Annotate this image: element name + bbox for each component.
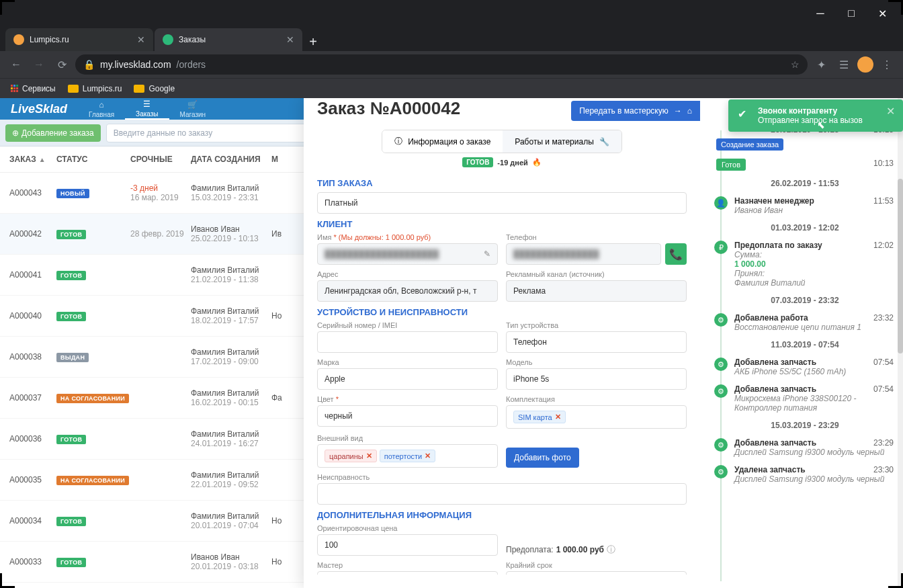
- order-status-line: ГОТОВ -19 дней 🔥: [304, 157, 700, 167]
- bookmark-item[interactable]: Google: [134, 84, 175, 93]
- kit-input[interactable]: SIM карта✕: [506, 405, 687, 429]
- scrollbar-thumb[interactable]: [898, 179, 903, 353]
- browser-toolbar: ← → ⟳ 🔒 my.livesklad.com/orders ☆ ✦ ☰ ⋮: [0, 51, 903, 78]
- defect-label: Неисправность: [317, 473, 687, 481]
- profile-avatar[interactable]: [857, 56, 873, 73]
- url-path: /orders: [177, 59, 206, 70]
- color-input[interactable]: черный: [317, 405, 498, 427]
- date-cell: Иванов Иван20.01.2019 - 03:18: [191, 552, 271, 571]
- reading-list-icon[interactable]: ☰: [834, 55, 853, 74]
- brand-input[interactable]: Apple: [317, 368, 498, 390]
- menu-icon[interactable]: ⋮: [877, 55, 896, 74]
- est-input[interactable]: 100: [317, 534, 498, 556]
- master-label: Мастер: [317, 561, 498, 569]
- transfer-button[interactable]: Передать в мастерскую → ⌂: [571, 101, 700, 121]
- timeline-item: ⚙Добавлена запчастьМикросхема iPhone 338…: [716, 384, 894, 413]
- deadline-input[interactable]: 28.02.2019 11:33: [506, 571, 687, 575]
- status-badge: ГОТОВ: [462, 157, 493, 167]
- timeline-item: 26.02.2019 - 11:53: [716, 179, 894, 188]
- order-id: A000041: [9, 270, 56, 280]
- ad-input[interactable]: Реклама: [506, 280, 687, 302]
- tag-remove-icon: ✕: [425, 452, 431, 460]
- add-order-button[interactable]: ⊕Добавление заказа: [5, 124, 101, 142]
- star-icon[interactable]: ☆: [791, 59, 800, 70]
- home-icon: ⌂: [99, 100, 103, 110]
- timeline-item: 11.03.2019 - 07:54: [716, 340, 894, 349]
- tab-close-icon[interactable]: ✕: [137, 34, 145, 45]
- window-minimize-button[interactable]: ─: [805, 3, 836, 24]
- window-close-button[interactable]: ✕: [867, 3, 898, 24]
- date-cell: Фамилия Виталий22.01.2019 - 09:52: [191, 470, 271, 489]
- col-urgent[interactable]: СРОЧНЫЕ: [130, 155, 191, 164]
- scrollbar[interactable]: [898, 98, 903, 588]
- reload-button[interactable]: ⟳: [52, 55, 71, 74]
- timeline-time: 07:54: [873, 384, 894, 394]
- master-cell: Но: [271, 516, 292, 526]
- browser-tab[interactable]: Заказы ✕: [155, 28, 302, 51]
- date-cell: Иванов Иван25.02.2019 - 10:13: [191, 224, 271, 243]
- back-button[interactable]: ←: [7, 55, 26, 74]
- favicon-icon: [13, 34, 24, 45]
- tab-close-icon[interactable]: ✕: [286, 34, 294, 45]
- look-input[interactable]: царапины✕ потертости✕: [317, 444, 498, 468]
- call-button[interactable]: 📞: [665, 243, 687, 265]
- devtype-input[interactable]: Телефон: [506, 331, 687, 353]
- defect-input[interactable]: [317, 483, 687, 505]
- section-extra: ДОПОЛНИТЕЛЬНАЯ ИНФОРМАЦИЯ: [317, 510, 687, 520]
- section-device: УСТРОЙСТВО И НЕИСПРАВНОСТИ: [317, 307, 687, 317]
- status-cell: ГОТОВ: [56, 311, 130, 321]
- wrench-icon: 🔧: [599, 137, 609, 146]
- timeline-time: 23:29: [873, 438, 894, 448]
- address-bar[interactable]: 🔒 my.livesklad.com/orders ☆: [75, 54, 808, 75]
- timeline-title: Добавлена запчасть: [734, 438, 894, 448]
- order-id: A000042: [9, 229, 56, 239]
- new-tab-button[interactable]: +: [304, 32, 322, 51]
- col-date[interactable]: ДАТА СОЗДАНИЯ: [191, 155, 271, 164]
- look-tag[interactable]: царапины✕: [325, 450, 377, 462]
- serial-input[interactable]: [317, 331, 498, 353]
- col-status[interactable]: СТАТУС: [56, 155, 130, 164]
- timeline-item: 15.03.2019 - 23:29: [716, 421, 894, 430]
- add-photo-button[interactable]: Добавить фото: [506, 448, 579, 468]
- status-cell: ГОТОВ: [56, 516, 130, 526]
- nav-shop[interactable]: 🛒Магазин: [169, 98, 217, 120]
- order-type-input[interactable]: Платный: [317, 192, 687, 214]
- phone-icon: 📞: [669, 248, 683, 261]
- timeline-title: Удалена запчасть: [734, 465, 894, 474]
- timeline-dot-icon: ⚙: [714, 465, 728, 478]
- bookmark-apps[interactable]: Сервисы: [11, 84, 56, 93]
- master-input[interactable]: Иванов Иван: [317, 571, 498, 575]
- phone-input[interactable]: ███████████████: [506, 243, 661, 265]
- forward-button[interactable]: →: [30, 55, 48, 74]
- date-cell: Фамилия Виталий17.02.2019 - 09:00: [191, 347, 271, 366]
- timeline-title: Назначен менеджер: [734, 196, 894, 206]
- name-label: Имя * (Мы должны: 1 000.00 руб): [317, 233, 498, 241]
- edit-icon[interactable]: ✎: [484, 249, 490, 259]
- timeline-date: 26.02.2019 - 11:53: [716, 179, 894, 188]
- favicon-icon: [163, 34, 173, 45]
- timeline-title: Предоплата по заказу: [734, 241, 894, 250]
- address-input[interactable]: Ленинградская обл, Всеволожский р-н, т: [317, 280, 498, 302]
- order-id: A000040: [9, 311, 56, 321]
- date-cell: Фамилия Виталий16.02.2019 - 00:15: [191, 388, 271, 407]
- nav-home[interactable]: ⌂Главная: [78, 98, 125, 120]
- window-maximize-button[interactable]: □: [836, 3, 867, 24]
- look-tag[interactable]: потертости✕: [380, 450, 435, 462]
- model-input[interactable]: iPhone 5s: [506, 368, 687, 390]
- check-icon: ✔: [738, 108, 746, 120]
- nav-orders[interactable]: ☰Заказы: [125, 98, 169, 120]
- browser-tab[interactable]: Lumpics.ru ✕: [5, 28, 153, 51]
- bookmark-item[interactable]: Lumpics.ru: [68, 84, 122, 93]
- col-order[interactable]: ЗАКАЗ▲: [9, 155, 56, 164]
- col-master[interactable]: М: [271, 155, 292, 164]
- toast-close-icon[interactable]: ✕: [886, 105, 895, 118]
- bookmarks-bar: Сервисы Lumpics.ru Google: [0, 78, 903, 98]
- section-client: КЛИЕНТ: [317, 219, 687, 229]
- tab-info[interactable]: ⓘИнформация о заказе: [382, 130, 503, 153]
- kit-tag[interactable]: SIM карта✕: [513, 411, 566, 423]
- tab-work[interactable]: Работы и материалы🔧: [503, 130, 621, 153]
- extensions-icon[interactable]: ✦: [812, 55, 830, 74]
- client-name-input[interactable]: ████████████████████✎: [317, 243, 498, 265]
- app-logo[interactable]: LiveSklad: [0, 102, 78, 116]
- info-icon[interactable]: ⓘ: [607, 544, 615, 556]
